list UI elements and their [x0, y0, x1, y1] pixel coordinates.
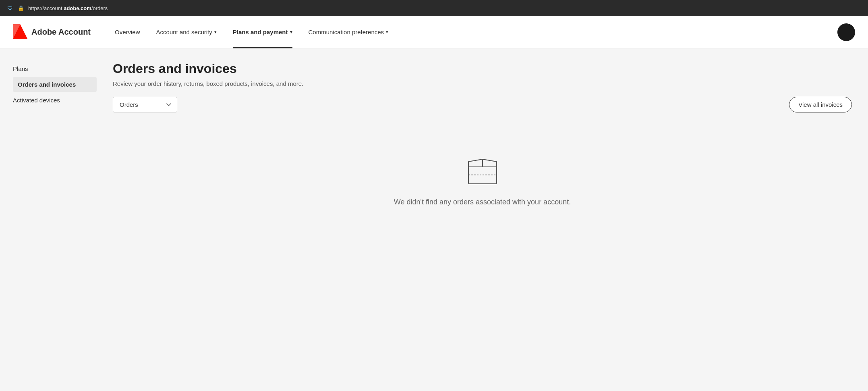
- browser-bar: 🛡 🔒 https://account.adobe.com/orders: [0, 0, 868, 16]
- sidebar-item-orders-invoices[interactable]: Orders and invoices: [13, 77, 97, 92]
- page-subtitle: Review your order history, returns, boxe…: [113, 80, 852, 87]
- view-all-invoices-button[interactable]: View all invoices: [789, 97, 852, 112]
- nav-item-communication[interactable]: Communication preferences ▾: [300, 16, 397, 48]
- page-title: Orders and invoices: [113, 61, 852, 76]
- logo-area[interactable]: Adobe Account: [13, 24, 91, 40]
- orders-filter-select[interactable]: Orders Returns Invoices: [113, 97, 177, 112]
- adobe-logo-icon: [13, 24, 27, 40]
- lock-icon: 🔒: [18, 5, 24, 11]
- shield-icon: 🛡: [6, 4, 14, 12]
- nav-item-account-security[interactable]: Account and security ▾: [148, 16, 225, 48]
- filter-row: Orders Returns Invoices View all invoice…: [113, 97, 852, 112]
- site-header: Adobe Account Overview Account and secur…: [0, 16, 868, 48]
- site-title: Adobe Account: [31, 27, 91, 37]
- chevron-down-icon: ▾: [386, 29, 388, 35]
- empty-state: We didn't find any orders associated wit…: [113, 129, 852, 223]
- sidebar-item-plans[interactable]: Plans: [13, 61, 97, 76]
- user-avatar[interactable]: [837, 23, 855, 41]
- chevron-down-icon: ▾: [290, 29, 292, 35]
- main-nav: Overview Account and security ▾ Plans an…: [107, 16, 837, 48]
- main-layout: Plans Orders and invoices Activated devi…: [0, 48, 868, 391]
- sidebar: Plans Orders and invoices Activated devi…: [0, 48, 97, 391]
- sidebar-item-activated-devices[interactable]: Activated devices: [13, 93, 97, 108]
- main-content: Orders and invoices Review your order hi…: [97, 48, 868, 391]
- address-bar[interactable]: https://account.adobe.com/orders: [28, 5, 108, 11]
- nav-item-overview[interactable]: Overview: [107, 16, 148, 48]
- chevron-down-icon: ▾: [214, 29, 217, 35]
- empty-state-message: We didn't find any orders associated wit…: [394, 198, 571, 206]
- nav-item-plans-payment[interactable]: Plans and payment ▾: [225, 16, 300, 48]
- svg-rect-2: [468, 167, 497, 184]
- empty-box-icon: [464, 153, 501, 187]
